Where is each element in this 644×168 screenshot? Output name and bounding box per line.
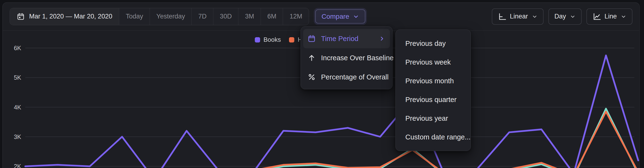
compare-menu: Time Period Increase Over Baseline Perce…	[300, 26, 392, 89]
series-line	[25, 112, 638, 168]
scale-select[interactable]: Linear	[492, 8, 544, 25]
series-line	[25, 109, 638, 168]
preset-3m[interactable]: 3M	[238, 8, 260, 25]
compare-button[interactable]: Compare	[315, 9, 365, 23]
time-period-submenu: Previous day Previous week Previous mont…	[396, 29, 471, 151]
scale-select-label: Linear	[510, 13, 528, 20]
chart-legend: BooksHo	[255, 36, 306, 43]
linear-axis-icon	[498, 12, 506, 21]
preset-today[interactable]: Today	[119, 8, 150, 25]
chart-type-select-label: Line	[604, 13, 617, 20]
line-chart-icon	[592, 12, 601, 21]
menu-item-percentage-of-overall[interactable]: Percentage of Overall	[303, 68, 390, 87]
percent-icon	[308, 73, 316, 81]
calendar-icon	[16, 12, 25, 21]
menu-item-increase-over-baseline[interactable]: Increase Over Baseline	[303, 48, 390, 68]
legend-swatch	[255, 37, 260, 42]
y-axis-tick-label: 6K	[4, 45, 21, 52]
legend-item[interactable]: Books	[255, 36, 281, 43]
compare-button-label: Compare	[322, 13, 349, 20]
submenu-item-previous-day[interactable]: Previous day	[396, 34, 470, 53]
submenu-item-custom-date-range[interactable]: Custom date range...	[396, 128, 470, 146]
chevron-down-icon	[353, 13, 359, 20]
granularity-select[interactable]: Day	[548, 8, 582, 25]
legend-label: Books	[264, 36, 281, 43]
submenu-item-previous-quarter[interactable]: Previous quarter	[396, 90, 470, 109]
preset-yesterday[interactable]: Yesterday	[150, 8, 192, 25]
preset-12m[interactable]: 12M	[283, 8, 309, 25]
toolbar-left-group: Mar 1, 2020 — Mar 20, 2020 Today Yesterd…	[10, 8, 367, 25]
menu-item-label: Percentage of Overall	[321, 73, 388, 81]
preset-7d[interactable]: 7D	[192, 8, 213, 25]
submenu-item-previous-month[interactable]: Previous month	[396, 72, 470, 90]
y-axis-tick-label: 4K	[4, 104, 21, 111]
date-range-value: Mar 1, 2020 — Mar 20, 2020	[29, 13, 112, 20]
preset-30d[interactable]: 30D	[213, 8, 238, 25]
y-axis-tick-label: 3K	[4, 133, 21, 140]
y-axis-tick-label: 5K	[4, 74, 21, 81]
preset-6m[interactable]: 6M	[260, 8, 283, 25]
granularity-select-label: Day	[554, 13, 566, 20]
chevron-down-icon	[621, 14, 626, 19]
menu-item-label: Time Period	[321, 35, 358, 43]
submenu-item-previous-year[interactable]: Previous year	[396, 109, 470, 128]
menu-item-time-period[interactable]: Time Period	[303, 29, 390, 48]
chart-type-select[interactable]: Line	[586, 8, 632, 25]
legend-swatch	[289, 37, 294, 42]
arrow-up-icon	[308, 54, 316, 62]
chevron-right-icon	[379, 36, 385, 42]
toolbar-right-group: Linear Day Line	[492, 8, 632, 25]
compare-button-focus-ring: Compare	[314, 8, 367, 25]
date-preset-segmented-control: Mar 1, 2020 — Mar 20, 2020 Today Yesterd…	[10, 8, 309, 25]
submenu-item-previous-week[interactable]: Previous week	[396, 53, 470, 72]
calendar-icon	[308, 35, 316, 43]
date-range-button[interactable]: Mar 1, 2020 — Mar 20, 2020	[10, 8, 119, 25]
menu-item-label: Increase Over Baseline	[321, 54, 394, 62]
chevron-down-icon	[532, 14, 538, 19]
chevron-down-icon	[570, 14, 576, 19]
y-axis-tick-label: 2K	[4, 163, 21, 168]
